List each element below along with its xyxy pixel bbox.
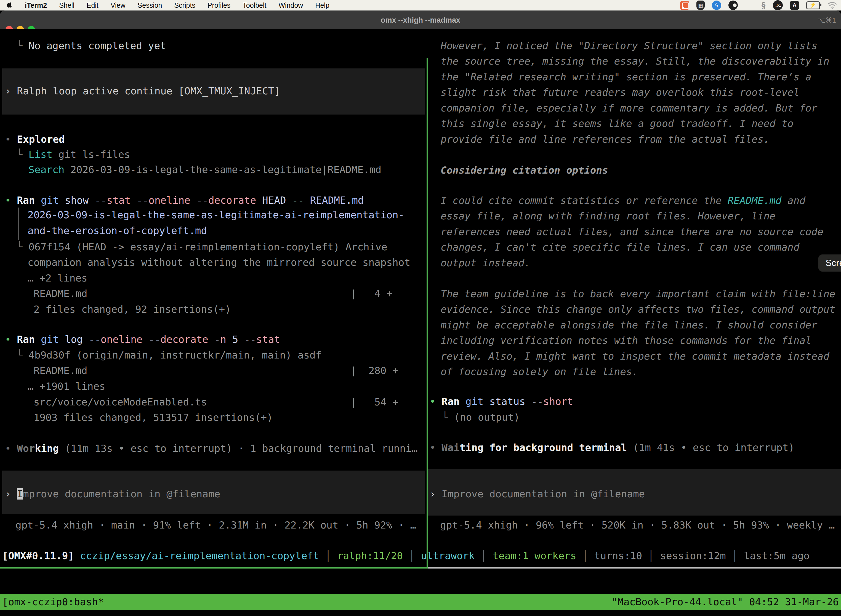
- terminal-line: I could cite commit statistics or refere…: [441, 193, 806, 208]
- pane-divider-vertical[interactable]: [426, 58, 428, 569]
- terminal-line: companion analysis without altering the …: [28, 255, 410, 270]
- menu-item-iterm2[interactable]: iTerm2: [25, 1, 47, 9]
- terminal-line: slight risk that future readers may over…: [441, 85, 799, 100]
- dark-pie-icon[interactable]: [728, 0, 738, 10]
- terminal-line: However, I noticed the "Directory Struct…: [441, 38, 817, 54]
- terminal-line: 1903 files changed, 513517 insertions(+): [28, 410, 273, 425]
- terminal-line: 2026-03-09-is-legal-the-same-as-legitima…: [28, 207, 404, 223]
- terminal-line: output instead.: [441, 255, 530, 271]
- menu-item-help[interactable]: Help: [315, 1, 329, 9]
- window-title: omx --xhigh --madmax: [0, 10, 841, 29]
- terminal-line: • Ran git status --short: [429, 394, 573, 409]
- command-wrap-rule: [18, 208, 19, 240]
- battery-icon[interactable]: ⚡: [806, 1, 820, 9]
- tmux-host-clock: "MacBook-Pro-44.local" 04:52 31-Mar-26: [611, 594, 839, 610]
- terminal-line: Search 2026-03-09-is-legal-the-same-as-l…: [16, 162, 381, 177]
- menu-bar: iTerm2ShellEditViewSessionScriptsProfile…: [0, 0, 841, 10]
- terminal-line: gpt-5.4 xhigh · main · 91% left · 2.31M …: [15, 518, 416, 533]
- terminal-line: might be acceptable alongside the file l…: [441, 317, 817, 333]
- menu-item-shell[interactable]: Shell: [59, 1, 75, 9]
- terminal-line: • Waiting for background terminal (1m 41…: [429, 440, 794, 455]
- terminal-line: 2 files changed, 92 insertions(+): [28, 302, 231, 317]
- terminal-line: references need actual files, and since …: [441, 224, 823, 239]
- terminal-line: README.md | 4 +: [28, 286, 393, 301]
- terminal-line: the "Related research writing" section i…: [441, 69, 812, 85]
- screen: iTerm2ShellEditViewSessionScriptsProfile…: [0, 0, 841, 616]
- terminal-line: └ 067f154 (HEAD -> essay/ai-reimplementa…: [16, 239, 387, 255]
- window-shortcut-badge: ⌥⌘1: [817, 10, 836, 29]
- wifi-icon[interactable]: [827, 1, 837, 9]
- terminal-line: companion file, especially if more comme…: [441, 100, 817, 116]
- terminal-line: └ List git ls-files: [16, 147, 130, 162]
- countdown-badge-icon[interactable]: ..61: [773, 0, 783, 10]
- terminal-line: this single essay, it seems like a good …: [441, 116, 794, 131]
- terminal-line: essay file, along with finding root file…: [441, 208, 776, 224]
- terminal-line: README.md | 280 +: [28, 363, 399, 378]
- tmux-session-label: [omx-cczip0:bash*: [2, 594, 104, 610]
- pane-border-bottom-right: [428, 567, 841, 569]
- terminal-line: the source tree, missing the essay. Stil…: [441, 54, 829, 69]
- battery-bolt-icon: ⚡: [810, 1, 816, 8]
- menu-item-toolbelt[interactable]: Toolbelt: [243, 1, 266, 9]
- terminal-line: • Ran git show --stat --oneline --decora…: [5, 193, 364, 208]
- pane-border-bottom-left: [0, 567, 426, 569]
- terminal-line: src/voice/voiceModeEnabled.ts | 54 +: [28, 395, 399, 410]
- terminal-line: └ No agents completed yet: [16, 38, 166, 54]
- terminal-line: └ (no output): [442, 409, 520, 425]
- menu-status-icons: ▦ ϟ § ..61 A ⚡: [680, 0, 837, 10]
- terminal-line: … +1901 lines: [28, 378, 105, 394]
- terminal-line: and-the-erosion-of-copyleft.md: [28, 223, 207, 238]
- screen-capture-tooltip[interactable]: Scre: [818, 254, 841, 271]
- terminal-line: • Working (11m 13s • esc to interrupt) ·…: [5, 441, 418, 456]
- menu-items: iTerm2ShellEditViewSessionScriptsProfile…: [25, 1, 330, 9]
- terminal-line: changes, I can't cite specific file line…: [441, 239, 799, 255]
- window-title-bar: omx --xhigh --madmax ⌥⌘1: [0, 10, 841, 29]
- terminal-line: └ 4b9d30f (origin/main, instructkr/main,…: [16, 348, 321, 363]
- terminal-line: [OMX#0.11.9] cczip/essay/ai-reimplementa…: [2, 548, 810, 563]
- menu-item-session[interactable]: Session: [138, 1, 162, 9]
- menu-item-edit[interactable]: Edit: [86, 1, 98, 9]
- terminal-line: gpt-5.4 xhigh · 96% left · 520K in · 5.8…: [440, 518, 835, 533]
- terminal-content: └ No agents completed yet› Ralph loop ac…: [0, 29, 841, 616]
- terminal-line: evidence. Since this change only affects…: [441, 302, 835, 317]
- a-key-icon[interactable]: A: [790, 1, 799, 10]
- shield-grid-icon[interactable]: ▦: [696, 0, 705, 10]
- apple-menu-icon[interactable]: [7, 1, 14, 9]
- terminal-line: • Explored: [5, 132, 65, 147]
- terminal-line: of focusing solely on file lines.: [441, 364, 638, 380]
- menu-item-window[interactable]: Window: [278, 1, 303, 9]
- terminal-line: including verification notes with those …: [441, 333, 812, 348]
- terminal-line: › Improve documentation in @filename: [5, 486, 220, 502]
- terminal-line: The team guideline is to back every impo…: [441, 286, 835, 302]
- terminal-line: › Ralph loop active continue [OMX_TMUX_I…: [5, 84, 280, 99]
- tmux-status-bar: [omx-cczip0:bash* "MacBook-Pro-44.local"…: [0, 594, 841, 610]
- menu-item-scripts[interactable]: Scripts: [174, 1, 195, 9]
- menu-item-view[interactable]: View: [111, 1, 126, 9]
- terminal-line: provide file and line references from th…: [441, 132, 769, 147]
- terminal-line: review. Also, I might want to inspect th…: [441, 349, 829, 364]
- s-curve-icon[interactable]: §: [761, 0, 766, 10]
- terminal-line: … +2 lines: [28, 270, 88, 286]
- blue-badge-icon[interactable]: ϟ: [712, 0, 721, 10]
- messages-icon[interactable]: [680, 1, 689, 10]
- menu-item-profiles[interactable]: Profiles: [208, 1, 230, 9]
- dots-grid-icon[interactable]: [745, 1, 754, 10]
- terminal-line: Considering citation options: [441, 163, 608, 178]
- terminal-line: › Improve documentation in @filename: [429, 486, 645, 502]
- terminal-line: • Ran git log --oneline --decorate -n 5 …: [5, 332, 280, 347]
